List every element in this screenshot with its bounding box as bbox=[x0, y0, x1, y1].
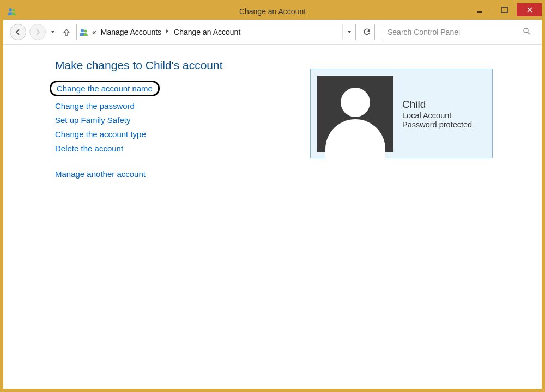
breadcrumb-manage-accounts[interactable]: Manage Accounts bbox=[98, 28, 165, 36]
link-change-password[interactable]: Change the password bbox=[55, 101, 135, 111]
window-title: Change an Account bbox=[239, 7, 306, 16]
breadcrumb-prefix: « bbox=[91, 28, 98, 36]
users-icon bbox=[77, 27, 91, 37]
account-status: Password protected bbox=[402, 120, 472, 129]
up-button[interactable] bbox=[60, 26, 73, 39]
link-change-account-type[interactable]: Change the account type bbox=[55, 130, 146, 139]
link-manage-another-account[interactable]: Manage another account bbox=[55, 169, 146, 179]
address-dropdown[interactable] bbox=[342, 24, 355, 40]
minimize-button[interactable] bbox=[467, 3, 492, 16]
breadcrumb-change-account[interactable]: Change an Account bbox=[171, 28, 244, 36]
link-change-account-name[interactable]: Change the account name bbox=[50, 81, 160, 96]
svg-point-0 bbox=[9, 8, 12, 11]
address-bar[interactable]: « Manage Accounts Change an Account bbox=[76, 24, 356, 40]
content-area: Make changes to Child's account Change t… bbox=[3, 45, 542, 389]
svg-point-6 bbox=[524, 28, 528, 33]
users-icon bbox=[7, 6, 17, 17]
refresh-button[interactable] bbox=[359, 24, 375, 40]
svg-point-1 bbox=[13, 9, 15, 12]
window: Change an Account bbox=[3, 3, 542, 389]
link-delete-account[interactable]: Delete the account bbox=[55, 144, 123, 153]
account-type: Local Account bbox=[402, 111, 472, 120]
chevron-right-icon bbox=[165, 29, 171, 35]
svg-point-5 bbox=[84, 29, 87, 32]
link-family-safety[interactable]: Set up Family Safety bbox=[55, 115, 130, 125]
close-button[interactable] bbox=[517, 3, 542, 16]
account-info: Child Local Account Password protected bbox=[402, 99, 472, 129]
search-icon bbox=[523, 27, 530, 37]
svg-rect-2 bbox=[477, 11, 482, 13]
toolbar: « Manage Accounts Change an Account bbox=[3, 20, 542, 45]
svg-rect-3 bbox=[502, 7, 507, 13]
search-input[interactable] bbox=[387, 28, 523, 36]
maximize-button[interactable] bbox=[492, 3, 517, 16]
account-name: Child bbox=[402, 99, 472, 111]
back-button[interactable] bbox=[10, 24, 26, 40]
svg-point-4 bbox=[81, 29, 84, 32]
history-dropdown[interactable] bbox=[49, 30, 57, 34]
account-card[interactable]: Child Local Account Password protected bbox=[310, 69, 493, 158]
avatar bbox=[317, 76, 393, 152]
search-box[interactable] bbox=[383, 24, 535, 40]
titlebar: Change an Account bbox=[3, 3, 542, 20]
window-controls bbox=[467, 3, 542, 16]
forward-button[interactable] bbox=[29, 24, 46, 40]
